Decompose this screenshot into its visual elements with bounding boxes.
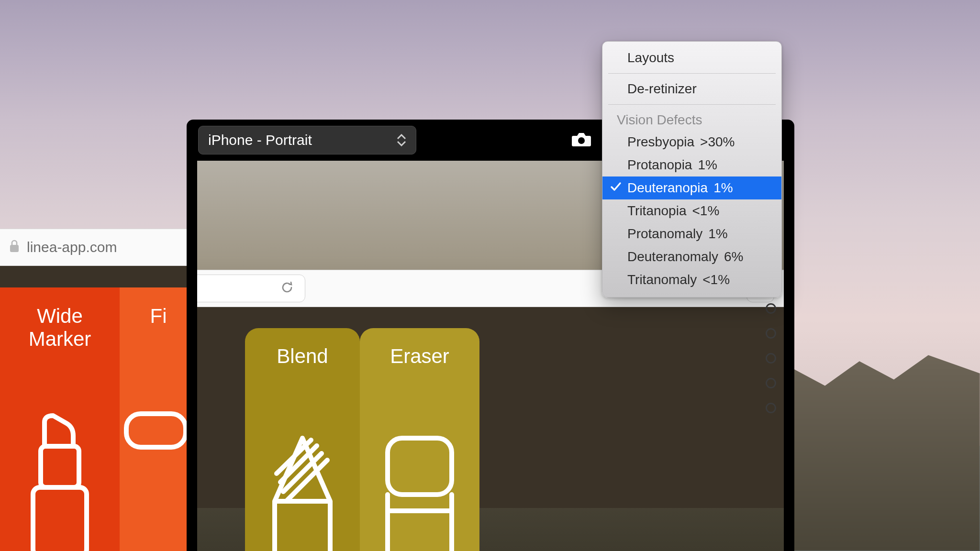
checkmark-icon	[610, 180, 622, 196]
pencil-icon	[245, 434, 360, 551]
url-text[interactable]: linea-app.com	[27, 239, 117, 255]
reload-icon	[280, 280, 294, 297]
slide-dot[interactable]	[766, 328, 776, 339]
menu-item-layouts[interactable]: Layouts	[602, 46, 781, 69]
tool-card-blend[interactable]: Blend	[245, 328, 360, 551]
svg-rect-3	[10, 245, 19, 252]
menu-section-header: Vision Defects	[602, 109, 781, 131]
menu-item-tritanopia[interactable]: Tritanopia<1%	[602, 199, 781, 222]
tool-card-eraser[interactable]: Eraser	[360, 328, 479, 551]
menu-item-presbyopia[interactable]: Presbyopia>30%	[602, 131, 781, 154]
slide-dot[interactable]	[766, 403, 776, 413]
tool-card-wide-marker-left[interactable]: Wide Marker	[0, 287, 120, 551]
menu-separator	[608, 73, 776, 74]
device-selector[interactable]: iPhone - Portrait	[198, 126, 416, 154]
safari-toolbar-left: linea-app.com	[0, 229, 187, 266]
menu-item-deuteranopia[interactable]: Deuteranopia1%	[602, 176, 781, 199]
menu-item-protanomaly[interactable]: Protanomaly1%	[602, 222, 781, 245]
slide-dot[interactable]	[766, 378, 776, 388]
svg-rect-0	[41, 446, 79, 487]
slide-dot[interactable]	[766, 303, 776, 314]
reload-button[interactable]	[280, 280, 294, 297]
menu-separator	[608, 104, 776, 105]
slide-dot[interactable]	[766, 353, 776, 364]
svg-rect-5	[388, 438, 452, 495]
menu-item-deuteranomaly[interactable]: Deuteranomaly6%	[602, 245, 781, 268]
device-selector-label: iPhone - Portrait	[208, 132, 312, 148]
lock-icon	[9, 239, 20, 255]
slide-indicator	[766, 278, 776, 413]
svg-rect-2	[126, 414, 186, 447]
menu-item-protanopia[interactable]: Protanopia1%	[602, 154, 781, 176]
screenshot-button[interactable]	[566, 131, 597, 149]
camera-icon	[571, 131, 591, 149]
roller-icon	[120, 410, 197, 539]
menu-item-de-retinizer[interactable]: De-retinizer	[602, 77, 781, 100]
stepper-icon	[397, 134, 406, 146]
url-field[interactable]	[197, 275, 305, 302]
vision-menu: Layouts De-retinizer Vision Defects Pres…	[602, 41, 782, 298]
svg-point-4	[578, 137, 585, 144]
tool-card-fi-left[interactable]: Fi	[120, 287, 197, 551]
lipstick-icon	[0, 413, 120, 551]
menu-item-tritanomaly[interactable]: Tritanomaly<1%	[602, 268, 781, 291]
svg-rect-1	[33, 487, 87, 551]
eraser-icon	[360, 434, 479, 551]
